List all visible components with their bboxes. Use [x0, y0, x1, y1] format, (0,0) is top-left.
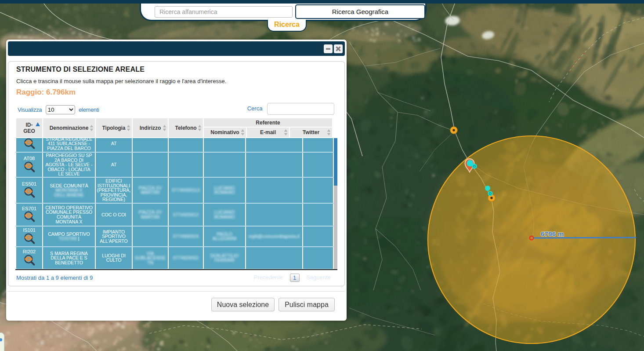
svg-text:6796 m: 6796 m	[541, 230, 564, 238]
